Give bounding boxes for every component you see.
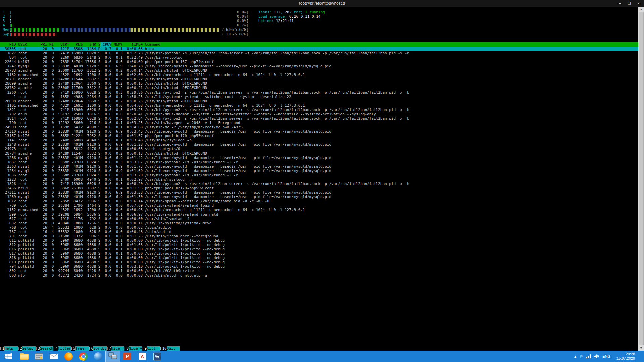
process-row[interactable]: 1223root200240M60084940S0.00.10:02.97/us… [0,177,638,182]
process-row[interactable]: 28782apache2002300M117603812S0.00.20:00.… [0,86,638,90]
column-header-cmd[interactable]: Command [143,42,638,47]
process-row[interactable]: 767root16-4555321080628S0.00.00:00.48/sb… [0,230,638,234]
taskbar-chrome[interactable] [76,351,91,362]
process-row[interactable]: 812polkitd200596M86804688S0.00.10:01.66/… [0,243,638,247]
fkey-quit[interactable]: F10Quit [160,346,180,351]
process-row[interactable]: 1162memcached200432M16921200S0.00.00:02.… [0,73,638,77]
process-row[interactable]: 790root200121925660716S0.00.10:03.25/usr… [0,121,638,125]
scrollbar-down-icon[interactable]: ▼ [638,345,644,351]
taskbar-firefox[interactable] [61,351,76,362]
scrollbar-thumb[interactable] [639,12,644,345]
taskbar-ve-app[interactable]: Ve [150,351,164,362]
fkey-filter[interactable]: F4Filter [53,346,71,351]
process-row[interactable]: 2363mysql2002383M401M9120S0.06.90:01.73/… [0,164,638,169]
taskbar-file-explorer[interactable] [17,351,32,362]
process-row[interactable]: 1269mysql2002383M401M9120S0.06.90:01.30/… [0,195,638,199]
column-header-user[interactable]: USER [16,42,38,47]
taskbar-putty[interactable] [105,351,120,362]
fkey-nice[interactable]: F7Nice - [107,346,124,351]
volume-icon[interactable] [594,354,599,358]
taskbar-powerpoint[interactable]: P [120,351,135,362]
process-row[interactable]: 819polkitd200596M86804688S0.00.10:00.00/… [0,260,638,264]
process-row[interactable]: 791root200216881332996S0.00.00:01.25/usr… [0,234,638,238]
process-row[interactable]: 28699apache2002748M120643860S0.00.20:00.… [0,81,638,86]
start-button[interactable] [0,351,17,362]
process-row[interactable]: 24973root200139M58124476S0.00.10:00.63ss… [0,147,638,151]
process-row[interactable]: 1814root200741M169806028S0.00.30:02.84/u… [0,116,638,121]
fkey-search[interactable]: F3Search [36,346,53,351]
process-row[interactable]: 1821root200741M169806028S0.00.30:03.25/u… [0,108,638,112]
process-row[interactable]: 1266mysql2002383M401M9120S0.06.90:01.42/… [0,156,638,160]
column-header-pri[interactable]: PRI [38,42,47,47]
taskbar-acrobat[interactable]: A [135,351,150,362]
fkey-kill[interactable]: F9Kill [142,346,160,351]
process-row[interactable]: 27310mysql2002383M401M9120S0.06.90:03.45… [0,129,638,134]
action-center-flag-icon[interactable]: ⚐ [580,354,583,359]
column-header-time[interactable]: TIME+ [123,42,143,47]
process-row[interactable]: 816polkitd200596M86804688S0.00.10:00.00/… [0,247,638,251]
process-row[interactable]: 1264mysql2002383M401M9120S0.06.90:01.69/… [0,169,638,173]
maximize-button[interactable]: ❐ [625,0,634,7]
process-row[interactable]: 1260root200741M169806028S0.00.30:29.86/u… [0,90,638,95]
fkey-tree[interactable]: F5Tree [71,346,89,351]
process-row[interactable]: 804root200226M68365148S0.00.10:22.49/usr… [0,55,638,60]
column-header-ni[interactable]: NI [47,42,54,47]
fkey-sortby[interactable]: F6SortBy [89,346,107,351]
process-row[interactable]: 792dbus2005619225001816S0.00.00:20.41/us… [0,112,638,116]
process-row[interactable]: 1612root200285M384323936S0.00.60:06.14/u… [0,199,638,203]
fkey-help[interactable]: F1Help [0,346,18,351]
process-row[interactable]: 818polkitd200596M86804688S0.00.10:00.00/… [0,256,638,260]
process-row[interactable]: 1248mysql2002383M401M9120S0.06.90:01.28/… [0,142,638,147]
process-row[interactable]: 817polkitd200596M86804688S0.00.10:00.00/… [0,251,638,256]
process-row[interactable]: 24999root200159M64124008S0.00.10:04.68/u… [0,125,638,129]
process-row[interactable]: 28784apache2002428M115443832S0.00.20:00.… [0,151,638,156]
process-row[interactable]: 811polkitd200596M86804688S0.00.10:00.00/… [0,238,638,243]
taskbar-globe-app[interactable] [91,351,105,362]
process-row[interactable]: 802root2009974460404428S0.00.10:00.00/us… [0,269,638,273]
process-row[interactable]: 599root2003920859845636S0.00.10:06.97/us… [0,212,638,217]
column-header-virt[interactable]: VIRT [54,42,69,47]
process-row[interactable]: 617root200191M1176792S0.00.00:00.00/usr/… [0,217,638,221]
process-row[interactable]: 1101memcached200432M16921200S0.00.00:04.… [0,103,638,108]
language-indicator[interactable]: ENG [602,354,610,358]
process-row[interactable]: 1887root200558M207606024S0.00.30:03.07/u… [0,160,638,164]
column-header-mem[interactable]: MEM% [111,42,122,47]
process-row[interactable]: 789root2002638417961464S0.00.00:07.69/us… [0,203,638,208]
process-row[interactable]: 28791apache2002428M115443832S0.00.20:00.… [0,77,638,81]
taskbar-mail[interactable] [46,351,61,362]
process-row[interactable]: 1152memcached200432M16921200S0.00.00:00.… [0,208,638,212]
minimize-button[interactable]: ─ [615,0,625,7]
taskbar-clock[interactable]: 20:28 15.07.2020 [614,352,638,361]
column-header-cpu[interactable]: CPU% [100,42,111,47]
column-header-shr[interactable]: SHR [83,42,96,47]
process-row[interactable]: 803ntp2004527224201724S0.00.00:00.08/usr… [0,273,638,278]
process-row[interactable]: 13456br170200886M251887892S0.00.40:01.95… [0,186,638,190]
process-row[interactable]: 1247mysql2002383M401M9120S0.06.91:40.78/… [0,64,638,68]
terminal-scrollbar[interactable]: ▲ ▼ [638,7,644,351]
process-row[interactable]: 794polkitd200596M86804688S0.00.10:03.10/… [0,264,638,269]
process-row[interactable]: 1root200185M49882264S0.00.11:58.25/usr/l… [0,95,638,99]
process-row[interactable]: 1036root200558M207606024S0.00.30:03.20/u… [0,173,638,177]
process-row[interactable]: 1827root200741M169806028S0.00.30:02.73/u… [0,51,638,55]
fkey-nice[interactable]: F8Nice + [124,346,142,351]
process-row[interactable]: 27311mysql2002383M401M9120S0.06.90:03.38… [0,190,638,195]
column-header-pid[interactable]: PID [3,42,16,47]
close-button[interactable]: ✕ [634,0,643,7]
network-icon[interactable] [586,354,591,358]
fkey-setup[interactable]: F2Setup [18,346,36,351]
chevron-up-icon[interactable]: ▲ [574,355,576,358]
process-row[interactable]: 28698apache2002748M120643860S0.00.20:00.… [0,99,638,103]
column-header-res[interactable]: RES [69,42,83,47]
taskbar-server-manager[interactable] [32,351,46,362]
process-row[interactable]: 28783apache2002300M117603812S0.00.20:00.… [0,68,638,73]
process-row[interactable]: 632root2004504018881256S0.00.00:00.11/us… [0,221,638,225]
scrollbar-up-icon[interactable]: ▲ [638,7,644,12]
process-row[interactable]: 1826root200741M169806028S0.00.30:08.20/u… [0,182,638,186]
process-row[interactable]: 30305root200121M35081484R0.70.10:00.68ht… [0,47,638,51]
process-row[interactable]: 768root16-4555321080628S0.00.00:00.02/sb… [0,225,638,230]
process-row[interactable]: 13167br170200885M242247952S0.00.40:01.57… [0,134,638,138]
meter-bracket: [ [9,14,12,19]
column-header-s[interactable]: S [96,42,100,47]
process-row[interactable]: 22044br167200783M3470417656S0.00.60:00.0… [0,60,638,64]
process-row[interactable]: 1141root200240M60084940S0.00.10:03.48/us… [0,138,638,142]
